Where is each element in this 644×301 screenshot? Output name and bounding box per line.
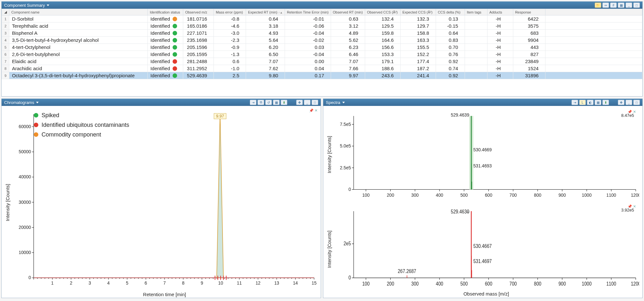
cell-obs-rt: 4.89 — [331, 30, 365, 37]
chromatograms-title-dropdown[interactable]: Chromatograms — [4, 100, 39, 105]
cell-spacer — [545, 72, 642, 79]
table-row[interactable]: 43,5-Di-tert-butyl-4-hydroxybenzyl alcoh… — [2, 37, 642, 44]
col-adducts[interactable]: Adducts — [487, 9, 513, 15]
minimize-icon[interactable]: _ — [626, 3, 632, 8]
cell-adducts: -H — [487, 58, 513, 65]
table-row[interactable]: 7Elaidic acidIdentified281.24880.67.070.… — [2, 58, 642, 65]
move-icon[interactable]: ✥ — [296, 100, 303, 105]
cell-ccs-delta: 0.13 — [436, 15, 465, 23]
cell-obs-mz: 181.0716 — [183, 15, 214, 23]
col-ccs-delta[interactable]: CCS delta (%) — [436, 9, 465, 15]
minimize-icon[interactable]: _ — [626, 100, 632, 105]
cell-name: D-Sorbitol — [9, 15, 148, 23]
table-row[interactable]: 54-tert-OctylphenolIdentified205.1596-0.… — [2, 44, 642, 51]
cell-name: Elaidic acid — [9, 58, 148, 65]
cell-name: 2,6-Di-tert-butylphenol — [9, 51, 148, 58]
export-icon[interactable]: ⇥ — [250, 100, 256, 105]
pin-icon[interactable]: 📌 ✕ — [309, 108, 317, 113]
maximize-icon[interactable]: □ — [633, 3, 640, 8]
cell-ccs-delta: 0.92 — [436, 72, 465, 79]
svg-text:8: 8 — [182, 280, 185, 286]
table-row[interactable]: 3Bisphenol AIdentified227.1071-3.04.93-0… — [2, 30, 642, 37]
table-icon[interactable]: ▦ — [595, 100, 601, 105]
excel-icon[interactable]: ⬇ — [602, 100, 609, 105]
copy-icon[interactable]: ⧉ — [258, 100, 264, 105]
col-mass-err[interactable]: Mass error (ppm) — [214, 9, 246, 15]
move-icon[interactable]: ✥ — [618, 100, 624, 105]
col-exp-ccs[interactable]: Expected CCS (Å²) — [400, 9, 436, 15]
cell-tags — [465, 44, 487, 51]
svg-text:1200: 1200 — [631, 281, 639, 287]
svg-text:12: 12 — [256, 280, 261, 286]
svg-text:531.4697: 531.4697 — [473, 259, 492, 264]
table-row[interactable]: 8Arachidic acidIdentified311.2952-1.07.6… — [2, 65, 642, 72]
table-row[interactable]: 2Terephthalic acidIdentified165.0186-4.6… — [2, 23, 642, 30]
toggle-icon[interactable]: ◐ — [587, 100, 593, 105]
col-tags[interactable]: Item tags — [465, 9, 487, 15]
cell-exp-ccs: 152.2 — [400, 51, 436, 58]
svg-text:300: 300 — [411, 281, 419, 287]
svg-text:0: 0 — [348, 275, 351, 280]
cell-response: 6422 — [513, 15, 545, 23]
cell-obs-ccs: 159.8 — [365, 30, 400, 37]
col-rt-err[interactable]: Retention Time Error (min) — [285, 9, 331, 15]
col-exp-rt[interactable]: Expected RT (min) ↑▲ — [246, 9, 285, 15]
svg-text:2.5e5: 2.5e5 — [340, 165, 351, 170]
cell-rt-err: 0.03 — [285, 44, 331, 51]
grid-icon[interactable]: ▦ — [618, 3, 624, 8]
svg-text:800: 800 — [534, 193, 541, 198]
folder-icon[interactable]: 📁 — [595, 3, 601, 8]
excel-icon[interactable]: ⬇ — [281, 100, 287, 105]
cell-tags — [465, 51, 487, 58]
chromatogram-legend: Spiked Identified ubiquitous contaminant… — [34, 110, 129, 139]
spectra-title-dropdown[interactable]: Spectra — [326, 100, 345, 105]
spectra-chart-body[interactable]: 📌 ✕ 8.47e5 Intensity [Counts] 02.5e55.0e… — [323, 106, 642, 298]
cell-name: 3,5-Di-tert-butyl-4-hydroxybenzyl alcoho… — [9, 37, 148, 44]
cell-obs-mz: 235.1698 — [183, 37, 214, 44]
col-obs-ccs[interactable]: Observed CCS (Å²) — [365, 9, 400, 15]
col-status[interactable]: Identification status — [148, 9, 183, 15]
maximize-icon[interactable]: □ — [312, 100, 318, 105]
col-response[interactable]: Response — [513, 9, 545, 15]
spec-xlabel: Observed mass [m/z] — [333, 291, 639, 296]
svg-text:5.0e5: 5.0e5 — [340, 143, 351, 149]
table-icon[interactable]: ▦ — [273, 100, 279, 105]
svg-text:–: – — [467, 209, 469, 214]
minimize-icon[interactable]: _ — [304, 100, 310, 105]
component-table-wrap[interactable]: ◢ Component name Identification status O… — [2, 9, 642, 96]
chrom-xlabel: Retention time [min] — [12, 292, 317, 297]
cell-spacer — [545, 15, 642, 23]
col-obs-mz[interactable]: Observed m/z — [183, 9, 214, 15]
cell-obs-ccs: 179.1 — [365, 58, 400, 65]
cell-obs-mz: 165.0186 — [183, 23, 214, 30]
hash-icon[interactable]: # — [610, 3, 617, 8]
cell-adducts: -H — [487, 30, 513, 37]
link-icon[interactable]: ⇔ — [602, 3, 609, 8]
chrom-ylabel: Intensity [Counts] — [5, 184, 10, 221]
export-icon[interactable]: ⇥ — [572, 100, 578, 105]
status-dot-icon — [173, 38, 177, 42]
caret-down-icon — [36, 102, 39, 103]
col-rownum[interactable]: ◢ — [2, 9, 9, 15]
cell-adducts: -H — [487, 44, 513, 51]
label-icon[interactable]: L — [579, 100, 586, 105]
col-name[interactable]: Component name — [9, 9, 148, 15]
table-row[interactable]: 62,6-Di-tert-butylphenolIdentified205.15… — [2, 51, 642, 58]
chromatogram-chart[interactable]: 📌 ✕ Spiked Identified ubiquitous contami… — [2, 106, 321, 298]
component-summary-title-dropdown[interactable]: Component Summary — [4, 3, 49, 8]
table-row[interactable]: 1D-SorbitolIdentified181.0716-0.80.64-0.… — [2, 15, 642, 23]
svg-text:800: 800 — [534, 281, 541, 287]
separator-icon: · — [610, 100, 617, 105]
spectra-panel: Spectra ⇥ L ◐ ▦ ⬇ · ✥ _ □ 📌 ✕ 8.47e5 — [323, 99, 643, 298]
reset-icon[interactable]: ↺ — [265, 100, 272, 105]
cell-mass-err: 0.6 — [214, 58, 246, 65]
svg-text:400: 400 — [436, 281, 443, 287]
cell-obs-ccs: 132.4 — [365, 15, 400, 23]
status-dot-icon — [173, 24, 177, 28]
col-obs-rt[interactable]: Observed RT (min) — [331, 9, 365, 15]
table-row[interactable]: 9Octadecyl 3-(3,5-di-tert-butyl-4-hydrox… — [2, 72, 642, 79]
cell-obs-rt: 6.46 — [331, 51, 365, 58]
cell-obs-rt: 7.07 — [331, 58, 365, 65]
maximize-icon[interactable]: □ — [633, 100, 640, 105]
legend-dot-contaminants — [34, 123, 38, 127]
